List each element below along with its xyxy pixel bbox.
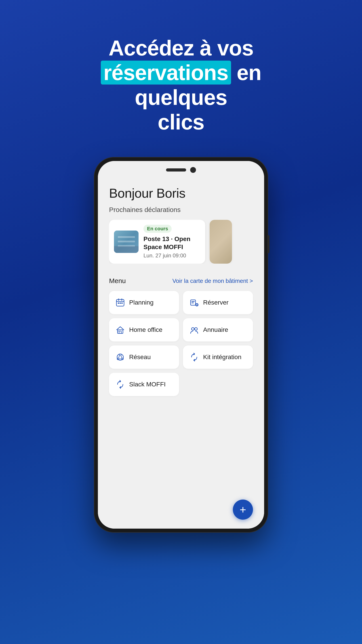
office-image bbox=[114, 230, 139, 253]
speaker bbox=[166, 168, 186, 172]
menu-reserver-label: Réserver bbox=[203, 299, 229, 306]
svg-rect-15 bbox=[118, 330, 119, 332]
svg-line-22 bbox=[119, 356, 119, 358]
menu-slack-label: Slack MOFFI bbox=[129, 381, 166, 388]
card-title: Poste 13 · Open Space MOFFI bbox=[143, 235, 200, 251]
svg-rect-9 bbox=[192, 302, 194, 303]
menu-item-annuaire[interactable]: Annuaire bbox=[183, 318, 253, 342]
slack-icon bbox=[115, 380, 125, 389]
card-image-office bbox=[114, 230, 139, 253]
power-button bbox=[267, 235, 270, 253]
svg-point-17 bbox=[195, 328, 197, 330]
svg-line-23 bbox=[121, 356, 122, 358]
reserve-icon bbox=[189, 298, 199, 308]
phone-screen: Bonjour Boris Prochaines déclarations bbox=[98, 161, 264, 528]
calendar-icon bbox=[115, 298, 125, 308]
svg-rect-14 bbox=[119, 331, 121, 334]
desk2 bbox=[118, 240, 135, 242]
app-content: Bonjour Boris Prochaines déclarations bbox=[98, 179, 264, 528]
menu-item-kit[interactable]: Kit intégration bbox=[183, 346, 253, 369]
menu-label: Menu bbox=[109, 277, 126, 285]
greeting: Bonjour Boris bbox=[109, 186, 253, 200]
desk3 bbox=[118, 245, 135, 247]
home-office-icon bbox=[115, 325, 125, 335]
desk1 bbox=[118, 236, 135, 238]
menu-homeoffice-label: Home office bbox=[129, 326, 162, 334]
menu-grid: Planning bbox=[109, 291, 253, 396]
notch-sensors bbox=[166, 167, 196, 173]
menu-planning-label: Planning bbox=[129, 299, 153, 306]
phone-outer: Bonjour Boris Prochaines déclarations bbox=[94, 157, 268, 533]
menu-item-reseau[interactable]: Réseau bbox=[109, 346, 179, 369]
svg-rect-6 bbox=[121, 302, 123, 304]
svg-point-16 bbox=[192, 328, 194, 330]
svg-rect-5 bbox=[120, 302, 121, 304]
menu-item-homeoffice[interactable]: Home office bbox=[109, 318, 179, 342]
menu-item-slack[interactable]: Slack MOFFI bbox=[109, 373, 179, 396]
map-link[interactable]: Voir la carte de mon bâtiment > bbox=[172, 278, 253, 284]
hero-line3: clics bbox=[158, 110, 204, 134]
kit-icon bbox=[189, 352, 199, 362]
card-info: En cours Poste 13 · Open Space MOFFI Lun… bbox=[143, 225, 200, 259]
hero-highlight: réservations bbox=[101, 60, 231, 84]
camera bbox=[190, 167, 196, 173]
menu-kit-label: Kit intégration bbox=[203, 354, 241, 361]
menu-header: Menu Voir la carte de mon bâtiment > bbox=[109, 277, 253, 285]
svg-rect-8 bbox=[192, 301, 195, 302]
curtain-image bbox=[210, 220, 232, 264]
phone-mockup: Bonjour Boris Prochaines déclarations bbox=[94, 157, 268, 533]
svg-rect-4 bbox=[118, 302, 119, 304]
reservation-card-secondary[interactable] bbox=[210, 220, 232, 264]
menu-annuaire-label: Annuaire bbox=[203, 326, 228, 334]
hero-title: Accédez à vos réservations en quelques c… bbox=[80, 36, 282, 134]
menu-item-planning[interactable]: Planning bbox=[109, 291, 179, 314]
status-badge: En cours bbox=[143, 225, 172, 233]
fab-button[interactable]: + bbox=[233, 500, 253, 520]
reservations-row: En cours Poste 13 · Open Space MOFFI Lun… bbox=[109, 220, 253, 264]
hero-line1: Accédez à vos bbox=[109, 36, 254, 60]
hero-section: Accédez à vos réservations en quelques c… bbox=[80, 36, 282, 134]
network-icon bbox=[115, 352, 125, 362]
upcoming-label: Prochaines déclarations bbox=[109, 206, 253, 214]
directory-icon bbox=[189, 325, 199, 335]
menu-item-reserver[interactable]: Réserver bbox=[183, 291, 253, 314]
reservation-card-main[interactable]: En cours Poste 13 · Open Space MOFFI Lun… bbox=[109, 220, 205, 264]
svg-point-18 bbox=[117, 354, 123, 360]
notch-area bbox=[98, 161, 264, 179]
menu-reseau-label: Réseau bbox=[129, 354, 151, 361]
card-date: Lun. 27 juin 09:00 bbox=[143, 252, 200, 259]
fab-icon: + bbox=[240, 504, 246, 515]
